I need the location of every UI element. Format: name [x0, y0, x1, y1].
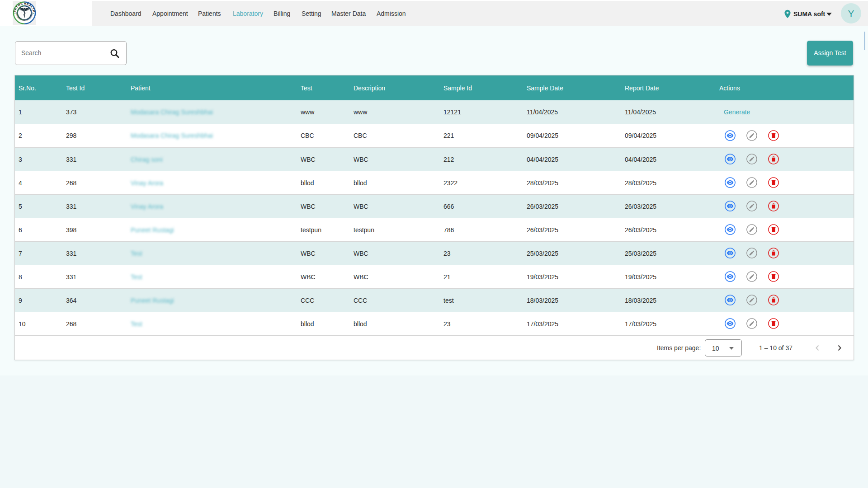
- svg-text:+: +: [33, 12, 34, 14]
- svg-text:+: +: [14, 12, 15, 14]
